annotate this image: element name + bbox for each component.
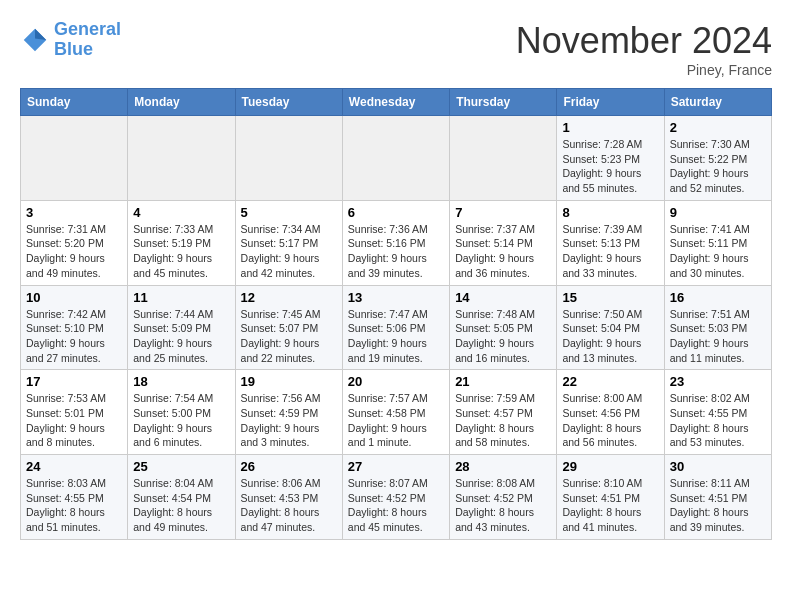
day-info: Sunrise: 7:31 AM Sunset: 5:20 PM Dayligh… bbox=[26, 222, 122, 281]
calendar-cell: 25Sunrise: 8:04 AM Sunset: 4:54 PM Dayli… bbox=[128, 455, 235, 540]
day-info: Sunrise: 7:36 AM Sunset: 5:16 PM Dayligh… bbox=[348, 222, 444, 281]
day-info: Sunrise: 7:37 AM Sunset: 5:14 PM Dayligh… bbox=[455, 222, 551, 281]
day-number: 17 bbox=[26, 374, 122, 389]
day-info: Sunrise: 7:45 AM Sunset: 5:07 PM Dayligh… bbox=[241, 307, 337, 366]
month-title: November 2024 bbox=[516, 20, 772, 62]
day-info: Sunrise: 7:54 AM Sunset: 5:00 PM Dayligh… bbox=[133, 391, 229, 450]
calendar-table: SundayMondayTuesdayWednesdayThursdayFrid… bbox=[20, 88, 772, 540]
logo-text: General Blue bbox=[54, 20, 121, 60]
day-number: 15 bbox=[562, 290, 658, 305]
calendar-cell: 26Sunrise: 8:06 AM Sunset: 4:53 PM Dayli… bbox=[235, 455, 342, 540]
calendar-cell: 8Sunrise: 7:39 AM Sunset: 5:13 PM Daylig… bbox=[557, 200, 664, 285]
day-number: 30 bbox=[670, 459, 766, 474]
calendar-cell: 21Sunrise: 7:59 AM Sunset: 4:57 PM Dayli… bbox=[450, 370, 557, 455]
calendar-cell: 13Sunrise: 7:47 AM Sunset: 5:06 PM Dayli… bbox=[342, 285, 449, 370]
calendar-cell: 28Sunrise: 8:08 AM Sunset: 4:52 PM Dayli… bbox=[450, 455, 557, 540]
day-info: Sunrise: 8:04 AM Sunset: 4:54 PM Dayligh… bbox=[133, 476, 229, 535]
day-number: 28 bbox=[455, 459, 551, 474]
calendar-cell: 16Sunrise: 7:51 AM Sunset: 5:03 PM Dayli… bbox=[664, 285, 771, 370]
weekday-header: Tuesday bbox=[235, 89, 342, 116]
weekday-header-row: SundayMondayTuesdayWednesdayThursdayFrid… bbox=[21, 89, 772, 116]
day-number: 23 bbox=[670, 374, 766, 389]
calendar-cell bbox=[235, 116, 342, 201]
calendar-week-row: 17Sunrise: 7:53 AM Sunset: 5:01 PM Dayli… bbox=[21, 370, 772, 455]
calendar-cell: 17Sunrise: 7:53 AM Sunset: 5:01 PM Dayli… bbox=[21, 370, 128, 455]
day-info: Sunrise: 8:10 AM Sunset: 4:51 PM Dayligh… bbox=[562, 476, 658, 535]
logo-icon bbox=[20, 25, 50, 55]
day-info: Sunrise: 8:11 AM Sunset: 4:51 PM Dayligh… bbox=[670, 476, 766, 535]
day-info: Sunrise: 7:30 AM Sunset: 5:22 PM Dayligh… bbox=[670, 137, 766, 196]
weekday-header: Friday bbox=[557, 89, 664, 116]
calendar-cell: 30Sunrise: 8:11 AM Sunset: 4:51 PM Dayli… bbox=[664, 455, 771, 540]
calendar-cell: 5Sunrise: 7:34 AM Sunset: 5:17 PM Daylig… bbox=[235, 200, 342, 285]
day-info: Sunrise: 8:07 AM Sunset: 4:52 PM Dayligh… bbox=[348, 476, 444, 535]
day-info: Sunrise: 7:34 AM Sunset: 5:17 PM Dayligh… bbox=[241, 222, 337, 281]
calendar-cell: 10Sunrise: 7:42 AM Sunset: 5:10 PM Dayli… bbox=[21, 285, 128, 370]
day-number: 14 bbox=[455, 290, 551, 305]
title-block: November 2024 Piney, France bbox=[516, 20, 772, 78]
day-number: 13 bbox=[348, 290, 444, 305]
weekday-header: Sunday bbox=[21, 89, 128, 116]
location: Piney, France bbox=[516, 62, 772, 78]
day-info: Sunrise: 7:39 AM Sunset: 5:13 PM Dayligh… bbox=[562, 222, 658, 281]
day-info: Sunrise: 8:00 AM Sunset: 4:56 PM Dayligh… bbox=[562, 391, 658, 450]
logo: General Blue bbox=[20, 20, 121, 60]
calendar-week-row: 10Sunrise: 7:42 AM Sunset: 5:10 PM Dayli… bbox=[21, 285, 772, 370]
day-info: Sunrise: 7:42 AM Sunset: 5:10 PM Dayligh… bbox=[26, 307, 122, 366]
calendar-cell bbox=[128, 116, 235, 201]
calendar-cell: 23Sunrise: 8:02 AM Sunset: 4:55 PM Dayli… bbox=[664, 370, 771, 455]
day-number: 19 bbox=[241, 374, 337, 389]
calendar-cell: 3Sunrise: 7:31 AM Sunset: 5:20 PM Daylig… bbox=[21, 200, 128, 285]
day-info: Sunrise: 7:33 AM Sunset: 5:19 PM Dayligh… bbox=[133, 222, 229, 281]
day-number: 27 bbox=[348, 459, 444, 474]
day-number: 18 bbox=[133, 374, 229, 389]
day-number: 7 bbox=[455, 205, 551, 220]
day-number: 20 bbox=[348, 374, 444, 389]
calendar-cell: 6Sunrise: 7:36 AM Sunset: 5:16 PM Daylig… bbox=[342, 200, 449, 285]
day-info: Sunrise: 7:47 AM Sunset: 5:06 PM Dayligh… bbox=[348, 307, 444, 366]
calendar-cell: 18Sunrise: 7:54 AM Sunset: 5:00 PM Dayli… bbox=[128, 370, 235, 455]
calendar-cell: 22Sunrise: 8:00 AM Sunset: 4:56 PM Dayli… bbox=[557, 370, 664, 455]
calendar-cell: 4Sunrise: 7:33 AM Sunset: 5:19 PM Daylig… bbox=[128, 200, 235, 285]
weekday-header: Monday bbox=[128, 89, 235, 116]
calendar-cell: 27Sunrise: 8:07 AM Sunset: 4:52 PM Dayli… bbox=[342, 455, 449, 540]
calendar-week-row: 24Sunrise: 8:03 AM Sunset: 4:55 PM Dayli… bbox=[21, 455, 772, 540]
day-info: Sunrise: 8:08 AM Sunset: 4:52 PM Dayligh… bbox=[455, 476, 551, 535]
weekday-header: Thursday bbox=[450, 89, 557, 116]
day-number: 25 bbox=[133, 459, 229, 474]
day-number: 3 bbox=[26, 205, 122, 220]
day-info: Sunrise: 7:57 AM Sunset: 4:58 PM Dayligh… bbox=[348, 391, 444, 450]
day-info: Sunrise: 7:56 AM Sunset: 4:59 PM Dayligh… bbox=[241, 391, 337, 450]
day-info: Sunrise: 7:59 AM Sunset: 4:57 PM Dayligh… bbox=[455, 391, 551, 450]
day-number: 1 bbox=[562, 120, 658, 135]
logo-line1: General bbox=[54, 19, 121, 39]
calendar-cell: 14Sunrise: 7:48 AM Sunset: 5:05 PM Dayli… bbox=[450, 285, 557, 370]
day-info: Sunrise: 7:44 AM Sunset: 5:09 PM Dayligh… bbox=[133, 307, 229, 366]
day-number: 22 bbox=[562, 374, 658, 389]
calendar-cell: 24Sunrise: 8:03 AM Sunset: 4:55 PM Dayli… bbox=[21, 455, 128, 540]
weekday-header: Saturday bbox=[664, 89, 771, 116]
calendar-cell bbox=[21, 116, 128, 201]
day-number: 6 bbox=[348, 205, 444, 220]
svg-marker-1 bbox=[35, 29, 46, 40]
day-number: 4 bbox=[133, 205, 229, 220]
calendar-cell: 19Sunrise: 7:56 AM Sunset: 4:59 PM Dayli… bbox=[235, 370, 342, 455]
day-info: Sunrise: 7:48 AM Sunset: 5:05 PM Dayligh… bbox=[455, 307, 551, 366]
calendar-cell: 29Sunrise: 8:10 AM Sunset: 4:51 PM Dayli… bbox=[557, 455, 664, 540]
day-number: 5 bbox=[241, 205, 337, 220]
day-number: 10 bbox=[26, 290, 122, 305]
calendar-cell: 20Sunrise: 7:57 AM Sunset: 4:58 PM Dayli… bbox=[342, 370, 449, 455]
day-info: Sunrise: 7:50 AM Sunset: 5:04 PM Dayligh… bbox=[562, 307, 658, 366]
calendar-week-row: 3Sunrise: 7:31 AM Sunset: 5:20 PM Daylig… bbox=[21, 200, 772, 285]
calendar-cell bbox=[342, 116, 449, 201]
calendar-cell: 11Sunrise: 7:44 AM Sunset: 5:09 PM Dayli… bbox=[128, 285, 235, 370]
day-info: Sunrise: 8:03 AM Sunset: 4:55 PM Dayligh… bbox=[26, 476, 122, 535]
day-info: Sunrise: 7:53 AM Sunset: 5:01 PM Dayligh… bbox=[26, 391, 122, 450]
day-info: Sunrise: 8:06 AM Sunset: 4:53 PM Dayligh… bbox=[241, 476, 337, 535]
day-number: 21 bbox=[455, 374, 551, 389]
day-number: 2 bbox=[670, 120, 766, 135]
day-number: 16 bbox=[670, 290, 766, 305]
day-number: 29 bbox=[562, 459, 658, 474]
calendar-cell: 15Sunrise: 7:50 AM Sunset: 5:04 PM Dayli… bbox=[557, 285, 664, 370]
calendar-cell bbox=[450, 116, 557, 201]
